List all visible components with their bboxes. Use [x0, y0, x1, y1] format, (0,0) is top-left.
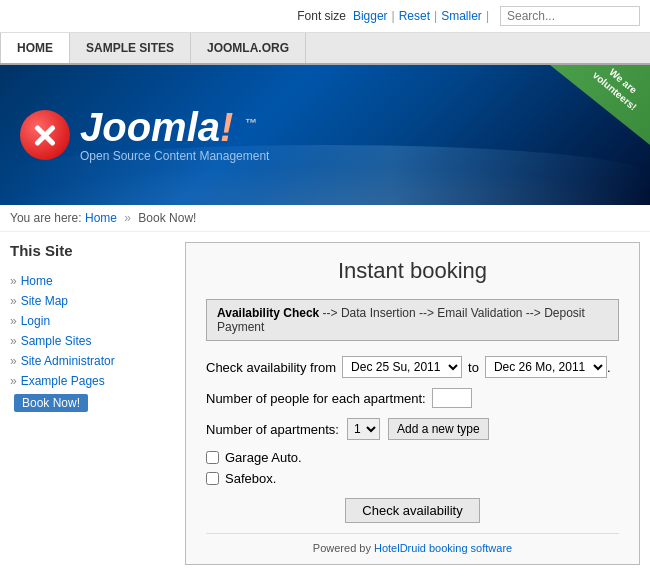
- sidebar-menu: Home Site Map Login Sample Sites Site Ad…: [10, 271, 175, 415]
- sidebar-item-login[interactable]: Login: [10, 311, 175, 331]
- garage-label: Garage Auto.: [225, 450, 302, 465]
- logo-text: Joomla! ™: [80, 107, 269, 147]
- font-smaller-link[interactable]: Smaller: [441, 9, 482, 23]
- sidebar-item-home[interactable]: Home: [10, 271, 175, 291]
- sidebar-item-admin[interactable]: Site Administrator: [10, 351, 175, 371]
- to-label: to: [468, 360, 479, 375]
- font-size-label: Font size: [297, 9, 346, 23]
- breadcrumb: You are here: Home » Book Now!: [0, 205, 650, 232]
- breadcrumb-home[interactable]: Home: [85, 211, 117, 225]
- steps-bar: Availability Check --> Data Insertion --…: [206, 299, 619, 341]
- sidebar-item-sample-sites[interactable]: Sample Sites: [10, 331, 175, 351]
- people-row: Number of people for each apartment:: [206, 388, 619, 408]
- check-availability-button[interactable]: Check availability: [345, 498, 479, 523]
- breadcrumb-prefix: You are here:: [10, 211, 82, 225]
- check-from-label: Check availability from: [206, 360, 336, 375]
- sidebar-item-sitemap[interactable]: Site Map: [10, 291, 175, 311]
- people-input[interactable]: [432, 388, 472, 408]
- font-bigger-link[interactable]: Bigger: [353, 9, 388, 23]
- apartments-row: Number of apartments: 1 2 3 4 Add a new …: [206, 418, 619, 440]
- nav-joomla-org[interactable]: JOOMLA.ORG: [191, 33, 306, 63]
- powered-by: Powered by HotelDruid booking software: [206, 533, 619, 554]
- apartments-label: Number of apartments:: [206, 422, 339, 437]
- logo-icon: [20, 110, 70, 160]
- sidebar-title: This Site: [10, 242, 175, 263]
- breadcrumb-current: Book Now!: [138, 211, 196, 225]
- add-type-button[interactable]: Add a new type: [388, 418, 489, 440]
- layout: This Site Home Site Map Login Sample Sit…: [0, 232, 650, 575]
- booking-box: Instant booking Availability Check --> D…: [185, 242, 640, 565]
- safebox-checkbox[interactable]: [206, 472, 219, 485]
- safebox-label: Safebox.: [225, 471, 276, 486]
- sidebar-item-example-pages[interactable]: Example Pages: [10, 371, 175, 391]
- powered-by-link[interactable]: HotelDruid booking software: [374, 542, 512, 554]
- banner: Joomla! ™ Open Source Content Management…: [0, 65, 650, 205]
- safebox-checkbox-row: Safebox.: [206, 471, 619, 486]
- search-input[interactable]: [500, 6, 640, 26]
- sidebar: This Site Home Site Map Login Sample Sit…: [10, 242, 175, 565]
- top-bar: Font size Bigger | Reset | Smaller |: [0, 0, 650, 33]
- garage-checkbox-row: Garage Auto.: [206, 450, 619, 465]
- nav-sample-sites[interactable]: SAMPLE SITES: [70, 33, 191, 63]
- people-label: Number of people for each apartment:: [206, 391, 426, 406]
- booking-title: Instant booking: [206, 258, 619, 284]
- main-content: Instant booking Availability Check --> D…: [185, 242, 640, 565]
- powered-by-text: Powered by: [313, 542, 371, 554]
- date-from-select[interactable]: Dec 25 Su, 2011: [342, 356, 462, 378]
- main-nav: HOME SAMPLE SITES JOOMLA.ORG: [0, 33, 650, 65]
- font-reset-link[interactable]: Reset: [399, 9, 430, 23]
- sidebar-item-book-now[interactable]: Book Now!: [10, 391, 175, 415]
- availability-date-row: Check availability from Dec 25 Su, 2011 …: [206, 356, 619, 378]
- garage-checkbox[interactable]: [206, 451, 219, 464]
- apartments-select[interactable]: 1 2 3 4: [347, 418, 380, 440]
- nav-home[interactable]: HOME: [0, 33, 70, 63]
- date-to-select[interactable]: Dec 26 Mo, 2011: [485, 356, 607, 378]
- step1-label: Availability Check: [217, 306, 319, 320]
